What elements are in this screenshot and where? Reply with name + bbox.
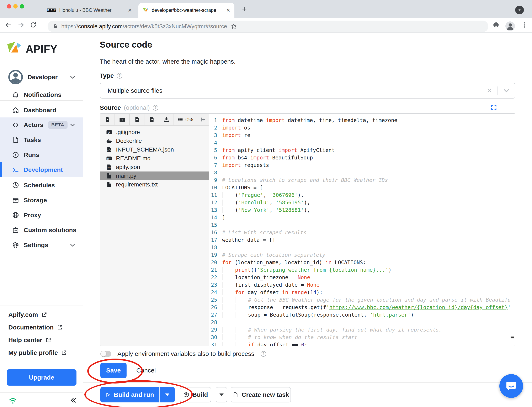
sidebar-item-storage[interactable]: Storage (0, 193, 83, 208)
create-new-task-button[interactable]: Create new task (231, 387, 291, 402)
window-close-button[interactable] (7, 4, 11, 8)
sidebar-item-label: Settings (24, 242, 48, 249)
page-title: Source code (100, 40, 152, 50)
save-button[interactable]: Save (100, 363, 127, 378)
build-and-run-dropdown[interactable] (159, 387, 175, 402)
file-name: .gitignore (116, 129, 140, 135)
env-variables-toggle[interactable] (100, 351, 111, 357)
sidebar-item-proxy[interactable]: Proxy (0, 208, 83, 223)
build-dropdown[interactable] (216, 387, 227, 402)
sidebar-item-label: Actors (24, 121, 43, 128)
help-icon[interactable]: ? (261, 351, 266, 357)
collapse-sidebar-icon[interactable] (69, 397, 77, 404)
scrollbar-thumb[interactable] (511, 337, 514, 338)
url-bar[interactable]: https://console.apify.com/actors/dev/k5t… (48, 21, 488, 32)
sidebar-item-dashboard[interactable]: Dashboard (0, 103, 83, 118)
code-line: 10LOCATIONS = [ (210, 184, 511, 191)
build-button[interactable]: Build (180, 387, 211, 402)
sidebar-item-settings[interactable]: Settings (0, 238, 83, 252)
svg-text:B: B (51, 9, 53, 12)
code-pane[interactable]: 1from datetime import datetime, time, ti… (210, 114, 511, 346)
file-tree-item-Dockerfile[interactable]: Dockerfile (100, 137, 209, 145)
upload-file-button[interactable] (130, 114, 144, 125)
account-menu[interactable]: Developer (0, 70, 83, 85)
file-name: INPUT_SCHEMA.json (116, 146, 174, 153)
browser-menu-kebab-icon[interactable] (521, 21, 528, 29)
code-line: 4 (210, 139, 511, 147)
fullscreen-expand-icon[interactable] (490, 104, 497, 111)
svg-text:M: M (107, 157, 109, 160)
chevron-down-icon[interactable] (503, 87, 510, 94)
upgrade-button[interactable]: Upgrade (7, 369, 77, 386)
browser-toolbar: https://console.apify.com/actors/dev/k5t… (0, 18, 532, 33)
sidebar: APIFY Developer Notifications Dashboard … (0, 33, 83, 407)
code-line: 17weather_data = [] (210, 236, 511, 244)
file-tree-item-README.md[interactable]: MREADME.md (100, 154, 209, 163)
tab-search-button[interactable] (515, 6, 524, 14)
file-tree-item-main.py[interactable]: main.py (100, 172, 209, 180)
type-select[interactable]: Multiple source files ✕ (100, 83, 515, 99)
reload-icon[interactable] (30, 21, 37, 29)
apify-logo[interactable]: APIFY (6, 41, 57, 57)
code-line: 11 ('Prague', '3067696'), (210, 191, 511, 199)
chat-widget-button[interactable] (499, 374, 523, 398)
account-avatar (8, 70, 23, 84)
download-button[interactable] (159, 114, 174, 125)
sidebar-item-tasks[interactable]: Tasks (0, 133, 83, 147)
window-minimize-button[interactable] (13, 4, 18, 8)
code-line: 24 for day_offset in range(14): (210, 289, 511, 296)
file-icon (106, 181, 112, 188)
build-and-run-label: Build and run (114, 391, 154, 398)
sidebar-item-development[interactable]: Development (0, 162, 83, 177)
window-zoom-button[interactable] (20, 4, 24, 8)
link-my-public-profile[interactable]: My public profile (8, 346, 67, 359)
bookmark-star-icon[interactable] (231, 23, 237, 30)
sidebar-item-runs[interactable]: Runs (0, 147, 83, 162)
forward-icon[interactable] (17, 21, 25, 29)
link-help-center[interactable]: Help center (8, 334, 51, 346)
browser-profile-avatar[interactable] (505, 21, 515, 31)
cancel-button[interactable]: Cancel (136, 363, 156, 378)
code-line: 16# List with scraped results (210, 229, 511, 236)
new-tab-button[interactable] (241, 6, 247, 12)
sidebar-item-label: Development (24, 166, 63, 173)
file-tree-item-apify.json[interactable]: </>apify.json (100, 163, 209, 172)
source-field-label: Source (optional) ? (100, 104, 158, 111)
list-icon (177, 117, 183, 122)
storage-box-icon (12, 196, 20, 204)
build-and-run-button[interactable]: Build and run (100, 387, 159, 402)
new-folder-button[interactable] (115, 114, 130, 125)
collapse-panel-button[interactable] (197, 114, 209, 125)
tab-apify-console[interactable]: developer/bbc-weather-scrape ✕ (139, 3, 234, 18)
link-apify-com[interactable]: Apify.com (8, 308, 47, 321)
extensions-puzzle-icon[interactable] (493, 21, 500, 29)
code-line: 14] (210, 214, 511, 221)
file-tree-item-INPUT_SCHEMA.json[interactable]: </>INPUT_SCHEMA.json (100, 145, 209, 154)
type-label-text: Type (100, 72, 114, 79)
tab-close-icon[interactable]: ✕ (226, 8, 230, 13)
back-icon[interactable] (5, 21, 12, 29)
file-tree: git.gitignoreDockerfile</>INPUT_SCHEMA.j… (100, 126, 209, 189)
chevron-down-icon (69, 122, 76, 128)
editor-scrollbar[interactable] (510, 114, 515, 346)
source-code-editor[interactable]: 0% git.gitignoreDockerfile</>INPUT_SCHEM… (100, 113, 515, 346)
document-icon (12, 136, 20, 144)
chat-bubble-icon (505, 380, 518, 392)
clear-icon[interactable]: ✕ (486, 87, 492, 94)
tab-bbc-weather[interactable]: BBC Honolulu - BBC Weather ✕ (43, 3, 136, 18)
tab-close-icon[interactable]: ✕ (128, 8, 132, 13)
tab-title: Honolulu - BBC Weather (59, 8, 125, 13)
link-documentation[interactable]: Documentation (8, 321, 63, 334)
sidebar-item-schedules[interactable]: Schedules (0, 178, 83, 193)
file-tree-item-requirements.txt[interactable]: requirements.txt (100, 180, 209, 189)
sidebar-item-custom-solutions[interactable]: Custom solutions (0, 223, 83, 238)
sidebar-item-actors[interactable]: Actors BETA (0, 117, 83, 133)
move-file-button[interactable] (144, 114, 159, 125)
file-tree-item-.gitignore[interactable]: git.gitignore (100, 128, 209, 137)
help-icon[interactable]: ? (117, 73, 122, 78)
new-file-button[interactable] (100, 114, 115, 125)
file-panel: 0% git.gitignoreDockerfile</>INPUT_SCHEM… (100, 114, 209, 346)
code-line: 7import requests (210, 162, 511, 169)
help-icon[interactable]: ? (153, 105, 158, 110)
code-line: 19# Scrape each location separately (210, 251, 511, 259)
